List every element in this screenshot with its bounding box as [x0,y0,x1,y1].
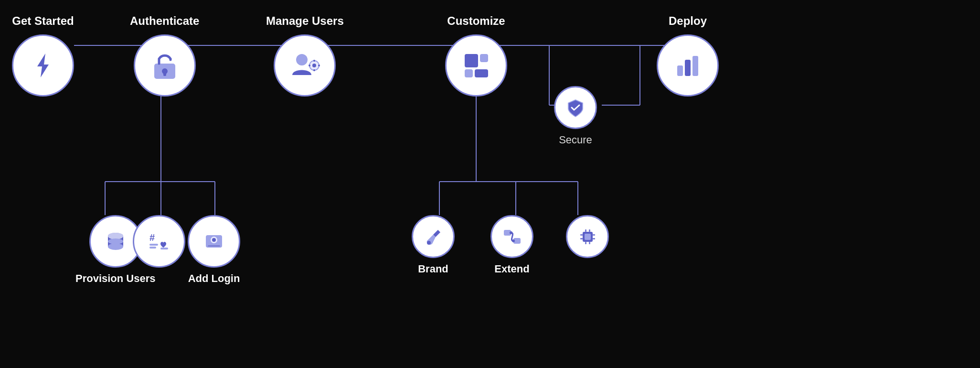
extend-icon [501,226,523,248]
svg-rect-58 [585,234,591,240]
diagram: Get Started Authenticate Manage Users [0,0,980,368]
svg-rect-47 [160,248,168,249]
node-chip [566,215,609,258]
svg-rect-64 [580,238,583,239]
svg-rect-38 [692,56,698,76]
svg-rect-29 [313,69,315,71]
svg-rect-32 [465,54,478,67]
svg-rect-65 [593,234,595,236]
label-authenticate: Authenticate [130,14,199,28]
label-extend: Extend [494,263,529,275]
label-provision-users: Provision Users [75,272,156,285]
svg-rect-51 [208,245,220,247]
svg-rect-31 [318,65,320,66]
label-get-started: Get Started [12,14,74,28]
svg-rect-45 [149,244,158,246]
svg-rect-36 [677,65,683,76]
circle-social[interactable]: # [133,215,185,268]
label-deploy: Deploy [669,14,707,28]
svg-rect-63 [580,234,583,236]
circle-customize[interactable] [445,34,507,97]
svg-rect-62 [589,242,590,244]
svg-point-41 [108,243,123,250]
label-manage-users: Manage Users [266,14,344,28]
node-get-started: Get Started [12,14,74,97]
node-deploy: Deploy [657,14,719,97]
shield-check-icon [565,97,586,119]
node-manage-users: Manage Users [266,14,344,97]
social-icon: # [147,229,171,253]
label-customize: Customize [447,14,505,28]
svg-rect-59 [585,229,586,232]
node-social: # [133,215,185,268]
svg-point-42 [108,233,123,239]
svg-point-50 [212,238,216,242]
database-icon [104,229,128,253]
circle-secure[interactable] [554,86,597,129]
node-customize: Customize [445,14,507,97]
label-add-login: Add Login [188,272,240,285]
svg-rect-46 [149,247,156,249]
circle-get-started[interactable] [12,34,74,97]
svg-point-56 [512,239,515,242]
circle-deploy[interactable] [657,34,719,97]
label-brand: Brand [418,263,448,275]
node-authenticate: Authenticate [130,14,199,97]
svg-marker-21 [37,54,49,77]
circle-extend[interactable] [490,215,533,258]
svg-point-55 [510,231,512,234]
svg-rect-28 [313,60,315,62]
circle-brand[interactable] [412,215,455,258]
id-card-icon [202,229,226,253]
svg-point-43 [108,238,123,244]
node-secure: Secure [554,86,597,146]
svg-rect-24 [163,72,166,76]
user-gear-icon [289,50,320,81]
svg-point-27 [312,64,316,67]
node-extend: Extend [490,215,533,275]
node-add-login: Add Login [188,215,240,285]
circle-chip[interactable] [566,215,609,258]
svg-rect-37 [685,60,691,76]
svg-rect-61 [585,242,586,244]
deploy-icon [673,51,702,80]
circle-add-login[interactable] [188,215,240,268]
svg-rect-60 [589,229,590,232]
label-secure: Secure [559,134,592,146]
svg-rect-33 [480,54,488,62]
svg-point-52 [427,241,431,245]
svg-rect-66 [593,238,595,239]
customize-icon [461,50,492,81]
svg-rect-30 [309,65,310,66]
svg-rect-35 [475,69,488,77]
svg-text:#: # [149,232,155,243]
svg-point-25 [296,54,308,65]
svg-rect-34 [465,69,473,77]
bolt-icon [29,51,57,80]
circle-manage-users[interactable] [274,34,336,97]
chip-icon [577,226,598,248]
unlock-icon [150,50,179,81]
paintbrush-icon [423,226,444,248]
node-brand: Brand [412,215,455,275]
circle-authenticate[interactable] [134,34,196,97]
